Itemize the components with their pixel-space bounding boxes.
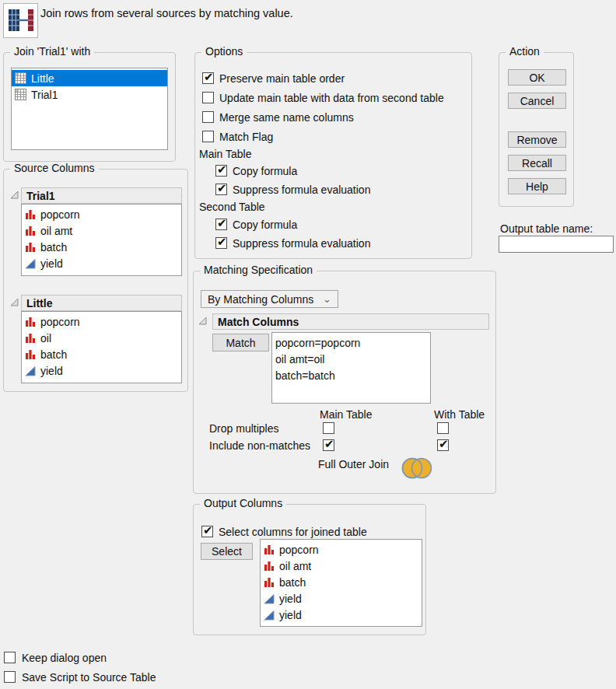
table-name: Trial1 <box>31 89 58 101</box>
ok-button[interactable]: OK <box>508 69 566 86</box>
match-button[interactable]: Match <box>212 334 269 351</box>
checkbox-label: Copy formula <box>233 219 297 231</box>
disclosure-triangle-icon[interactable] <box>198 316 208 326</box>
group-header-little[interactable]: Little <box>21 295 182 311</box>
match-pair: batch=batch <box>275 369 335 382</box>
column-item[interactable]: yield <box>22 362 181 379</box>
group-title: Trial1 <box>26 190 55 202</box>
list-item-little[interactable]: Little <box>12 70 167 86</box>
checkbox-label: Suppress formula evaluation <box>233 237 370 250</box>
main-copy-formula-checkbox[interactable] <box>215 165 227 177</box>
data-table-icon <box>15 89 26 100</box>
column-item[interactable]: popcorn <box>261 541 422 558</box>
output-table-name-label: Output table name: <box>500 222 593 235</box>
column-name: popcorn <box>40 316 80 328</box>
matching-specification-groupbox: Matching Specification By Matching Colum… <box>193 271 496 494</box>
column-name: batch <box>40 348 67 361</box>
checkbox-label: Merge same name columns <box>219 111 354 124</box>
column-item[interactable]: oil amt <box>22 222 181 239</box>
checkbox-label: Keep dialog open <box>22 652 107 664</box>
column-item[interactable]: batch <box>22 239 181 255</box>
matching-method-dropdown[interactable]: By Matching Columns ⌄ <box>201 290 338 308</box>
source-columns-label: Source Columns <box>10 162 99 174</box>
column-name: oil amt <box>279 560 311 572</box>
preserve-order-checkbox[interactable] <box>202 72 214 84</box>
merge-same-name-checkbox[interactable] <box>202 111 214 123</box>
include-non-matches-main-checkbox[interactable] <box>323 439 334 451</box>
main-suppress-formula-checkbox[interactable] <box>215 184 227 195</box>
column-name: yield <box>40 257 63 270</box>
column-item[interactable]: yield <box>261 607 422 623</box>
column-name: yield <box>279 609 302 621</box>
chevron-down-icon: ⌄ <box>323 296 331 303</box>
source-columns-groupbox: Source Columns Trial1 popcorn oil amt ba… <box>3 169 188 392</box>
join-with-listbox[interactable]: Little Trial1 <box>11 68 168 150</box>
nominal-column-icon <box>25 226 36 236</box>
column-name: batch <box>279 576 306 589</box>
drop-multiples-label: Drop multiples <box>209 422 278 435</box>
list-item-trial1[interactable]: Trial1 <box>12 86 167 103</box>
column-item[interactable]: popcorn <box>22 206 181 222</box>
checkbox-label: Preserve main table order <box>219 72 345 85</box>
little-columns-listbox[interactable]: popcorn oil batch yield <box>21 311 182 383</box>
match-flag-checkbox[interactable] <box>202 131 214 142</box>
output-columns-label: Output Columns <box>200 497 286 509</box>
select-button[interactable]: Select <box>201 543 253 560</box>
remove-button[interactable]: Remove <box>508 131 566 148</box>
help-button[interactable]: Help <box>508 178 566 194</box>
match-pair-item[interactable]: batch=batch <box>272 367 430 383</box>
column-name: popcorn <box>279 544 319 556</box>
group-title: Little <box>26 297 52 310</box>
column-item[interactable]: popcorn <box>22 313 181 330</box>
match-pair: oil amt=oil <box>275 353 324 365</box>
drop-multiples-with-checkbox[interactable] <box>437 422 449 434</box>
save-script-checkbox[interactable] <box>4 671 16 683</box>
column-item[interactable]: yield <box>22 255 181 271</box>
continuous-column-icon <box>264 593 275 604</box>
group-header-trial1[interactable]: Trial1 <box>21 187 182 204</box>
column-name: batch <box>40 241 67 254</box>
trial1-columns-listbox[interactable]: popcorn oil amt batch yield <box>21 204 182 276</box>
main-table-section-label: Main Table <box>199 148 251 160</box>
match-pairs-listbox[interactable]: popcorn=popcorn oil amt=oil batch=batch <box>271 332 431 404</box>
drop-multiples-main-checkbox[interactable] <box>323 422 334 434</box>
update-main-table-checkbox[interactable] <box>202 92 214 103</box>
include-non-matches-with-checkbox[interactable] <box>437 439 449 451</box>
column-name: oil <box>40 332 51 344</box>
second-copy-formula-checkbox[interactable] <box>215 219 227 230</box>
with-table-column-header: With Table <box>434 408 485 421</box>
checkbox-label: Update main table with data from second … <box>219 92 444 104</box>
column-item[interactable]: yield <box>261 590 422 607</box>
join-dialog: Join rows from several sources by matchi… <box>0 0 616 689</box>
column-item[interactable]: batch <box>261 574 422 590</box>
keep-dialog-open-checkbox[interactable] <box>4 652 16 663</box>
second-suppress-formula-checkbox[interactable] <box>215 237 227 249</box>
continuous-column-icon <box>264 610 275 621</box>
match-pair-item[interactable]: oil amt=oil <box>272 351 430 367</box>
select-columns-checkbox[interactable] <box>201 526 213 537</box>
checkbox-label: Save Script to Source Table <box>22 671 156 684</box>
match-pair-item[interactable]: popcorn=popcorn <box>272 334 430 351</box>
recall-button[interactable]: Recall <box>508 155 566 171</box>
column-item[interactable]: oil <box>22 330 181 346</box>
column-item[interactable]: batch <box>22 346 181 362</box>
output-columns-listbox[interactable]: popcorn oil amt batch yield yield <box>260 539 422 627</box>
join-tables-icon <box>3 3 38 38</box>
options-label: Options <box>201 45 247 58</box>
group-title: Match Columns <box>218 316 299 328</box>
checkbox-label: Select columns for joined table <box>219 526 367 538</box>
disclosure-triangle-icon[interactable] <box>9 190 19 200</box>
nominal-column-icon <box>25 317 36 327</box>
continuous-column-icon <box>25 258 36 269</box>
continuous-column-icon <box>25 365 36 376</box>
output-table-name-input[interactable] <box>499 236 614 253</box>
match-pair: popcorn=popcorn <box>275 337 360 349</box>
column-item[interactable]: oil amt <box>261 558 422 574</box>
matching-specification-label: Matching Specification <box>200 264 317 276</box>
cancel-button[interactable]: Cancel <box>508 93 566 109</box>
disclosure-triangle-icon[interactable] <box>9 297 19 307</box>
column-name: oil amt <box>40 225 72 237</box>
checkbox-label: Match Flag <box>219 131 273 143</box>
match-columns-header[interactable]: Match Columns <box>212 313 489 330</box>
action-label: Action <box>506 45 544 58</box>
